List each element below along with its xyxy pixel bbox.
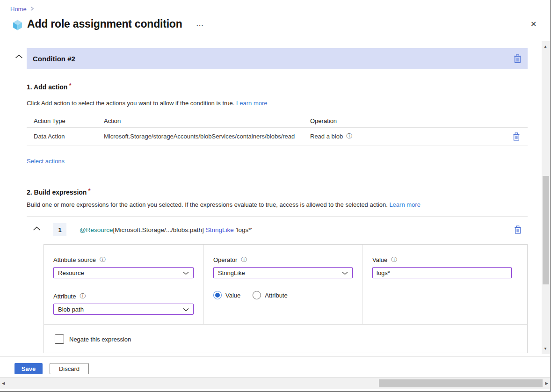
condition-header: Condition #2 — [27, 48, 528, 69]
cell-action-type: Data Action — [34, 133, 104, 140]
attribute-label: Attribute ⓘ — [53, 292, 203, 300]
attribute-info-icon[interactable]: ⓘ — [80, 292, 86, 300]
add-action-learn-more-link[interactable]: Learn more — [236, 100, 267, 107]
page-title: Add role assignment condition — [27, 18, 182, 30]
value-info-icon[interactable]: ⓘ — [391, 256, 397, 264]
discard-button[interactable]: Discard — [50, 363, 89, 374]
column-action-type: Action Type — [34, 117, 104, 124]
save-button[interactable]: Save — [14, 363, 43, 374]
value-radio[interactable] — [213, 291, 222, 299]
value-input[interactable] — [372, 267, 512, 278]
operator-label: Operator ⓘ — [213, 256, 362, 264]
add-action-description: Click Add action to select the actions y… — [27, 100, 268, 107]
horizontal-scrollbar-thumb[interactable] — [379, 379, 543, 387]
chevron-down-icon — [342, 269, 348, 276]
attribute-source-label: Attribute source ⓘ — [53, 256, 203, 264]
scroll-down-icon[interactable]: ▼ — [544, 347, 547, 351]
attribute-radio[interactable] — [253, 291, 261, 299]
cell-operation: Read a blob — [310, 133, 343, 140]
horizontal-scrollbar[interactable]: ◀ ▶ — [0, 377, 550, 389]
value-radio-label: Value — [225, 292, 240, 299]
more-options-icon[interactable]: ⋯ — [194, 20, 205, 30]
chevron-down-icon — [183, 306, 189, 313]
operator-dropdown[interactable]: StringLike — [213, 267, 353, 278]
vertical-scrollbar-thumb[interactable] — [543, 176, 549, 284]
attribute-source-info-icon[interactable]: ⓘ — [100, 256, 106, 264]
add-role-assignment-condition-page: Home Add role assignment condition ⋯ ✕ C… — [0, 0, 551, 392]
required-asterisk: * — [69, 82, 71, 89]
build-expression-heading: 2. Build expression* — [27, 187, 90, 196]
attribute-radio-label: Attribute — [265, 292, 287, 299]
scroll-left-icon[interactable]: ◀ — [2, 381, 5, 385]
close-icon[interactable]: ✕ — [528, 19, 539, 29]
breadcrumb-chevron-icon — [30, 6, 34, 13]
condition-title: Condition #2 — [33, 55, 75, 63]
negate-checkbox[interactable] — [55, 334, 64, 344]
operator-column: Operator ⓘ StringLike Value Attribute — [203, 245, 362, 324]
actions-table: Action Type Action Operation Data Action… — [27, 114, 528, 145]
delete-condition-button[interactable] — [514, 54, 522, 63]
breadcrumb-home-link[interactable]: Home — [10, 6, 27, 13]
operator-info-icon[interactable]: ⓘ — [241, 256, 247, 264]
breadcrumb: Home — [10, 6, 34, 13]
attribute-source-dropdown[interactable]: Resource — [53, 267, 194, 278]
expression-summary-row: 1 @Resource[Microsoft.Storage/.../blobs:… — [27, 216, 528, 243]
select-actions-link[interactable]: Select actions — [27, 158, 65, 165]
expression-index-badge: 1 — [53, 223, 66, 236]
value-attribute-radio-group: Value Attribute — [213, 291, 362, 299]
build-expression-description: Build one or more expressions for the ac… — [27, 201, 420, 208]
actions-table-header: Action Type Action Operation — [27, 114, 528, 128]
table-row: Data Action Microsoft.Storage/storageAcc… — [27, 128, 528, 145]
scroll-right-icon[interactable]: ▶ — [545, 381, 548, 385]
expression-collapse-chevron-icon[interactable] — [32, 225, 42, 233]
required-asterisk: * — [88, 187, 90, 194]
column-operation: Operation — [310, 117, 505, 124]
attribute-column: Attribute source ⓘ Resource Attribute ⓘ … — [44, 245, 203, 324]
expression-summary-text: @Resource[Microsoft.Storage/.../blobs:pa… — [80, 226, 252, 233]
delete-action-button[interactable] — [513, 132, 520, 141]
attribute-dropdown[interactable]: Blob path — [53, 304, 194, 315]
column-action: Action — [104, 117, 310, 124]
negate-label: Negate this expression — [69, 336, 131, 343]
add-action-heading: 1. Add action* — [27, 82, 71, 91]
value-label: Value ⓘ — [372, 256, 527, 264]
build-expression-learn-more-link[interactable]: Learn more — [389, 201, 420, 208]
value-column: Value ⓘ — [362, 245, 527, 324]
scroll-up-icon[interactable]: ▲ — [544, 44, 547, 49]
operation-info-icon[interactable]: ⓘ — [346, 132, 352, 140]
expression-builder-panel: Attribute source ⓘ Resource Attribute ⓘ … — [44, 244, 528, 353]
cell-action: Microsoft.Storage/storageAccounts/blobSe… — [104, 133, 310, 140]
chevron-down-icon — [183, 269, 189, 276]
negate-row: Negate this expression — [44, 324, 527, 354]
delete-expression-button[interactable] — [514, 225, 522, 234]
footer-divider — [0, 356, 550, 357]
resource-cube-icon — [12, 19, 23, 33]
vertical-scrollbar[interactable]: ▲ ▼ — [542, 41, 550, 354]
condition-collapse-chevron-icon[interactable] — [14, 52, 24, 61]
